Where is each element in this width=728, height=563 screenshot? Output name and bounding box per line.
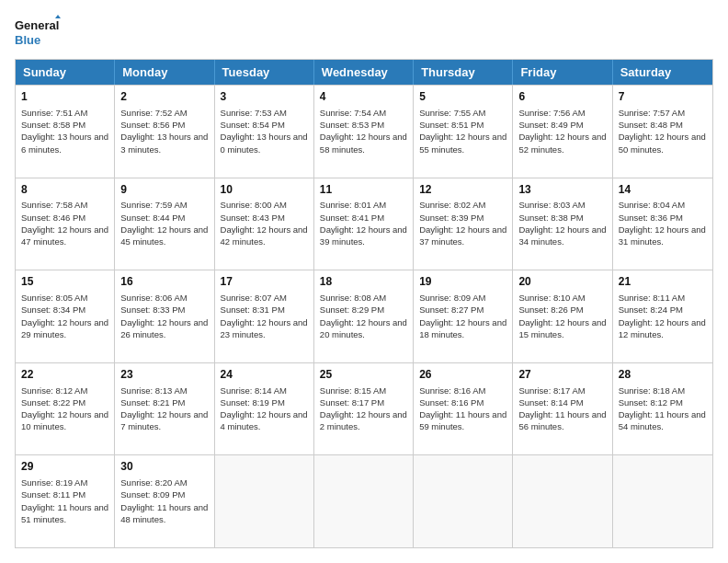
sunset-text: Sunset: 8:27 PM xyxy=(419,304,483,315)
daylight-text: Daylight: 12 hours and 47 minutes. xyxy=(21,224,108,247)
daylight-text: Daylight: 12 hours and 2 minutes. xyxy=(320,409,407,431)
daylight-text: Daylight: 12 hours and 23 minutes. xyxy=(221,317,308,339)
sunset-text: Sunset: 8:54 PM xyxy=(221,120,285,130)
day-number: 9 xyxy=(120,182,208,198)
calendar-cell: 20 Sunrise: 8:10 AM Sunset: 8:26 PM Dayl… xyxy=(513,270,612,362)
sunrise-text: Sunrise: 7:58 AM xyxy=(21,200,87,210)
sunrise-text: Sunrise: 8:00 AM xyxy=(221,200,287,210)
calendar-cell: 26 Sunrise: 8:16 AM Sunset: 8:16 PM Dayl… xyxy=(414,363,513,455)
daylight-text: Daylight: 12 hours and 31 minutes. xyxy=(619,224,706,247)
calendar-cell: 17 Sunrise: 8:07 AM Sunset: 8:31 PM Dayl… xyxy=(215,270,314,362)
daylight-text: Daylight: 13 hours and 6 minutes. xyxy=(21,132,108,154)
sunset-text: Sunset: 8:24 PM xyxy=(619,304,683,315)
daylight-text: Daylight: 12 hours and 58 minutes. xyxy=(320,132,407,154)
svg-marker-2 xyxy=(55,15,61,18)
sunset-text: Sunset: 8:43 PM xyxy=(221,213,285,223)
day-number: 10 xyxy=(221,182,308,198)
sunset-text: Sunset: 8:19 PM xyxy=(221,397,285,408)
daylight-text: Daylight: 11 hours and 51 minutes. xyxy=(21,502,108,524)
sunrise-text: Sunrise: 8:02 AM xyxy=(419,200,485,210)
day-number: 25 xyxy=(320,367,407,383)
sunset-text: Sunset: 8:49 PM xyxy=(518,120,583,130)
sunset-text: Sunset: 8:12 PM xyxy=(619,397,683,408)
daylight-text: Daylight: 12 hours and 50 minutes. xyxy=(619,132,706,154)
sunrise-text: Sunrise: 8:10 AM xyxy=(518,293,585,303)
day-number: 4 xyxy=(320,89,407,105)
sunset-text: Sunset: 8:26 PM xyxy=(518,304,583,315)
day-number: 21 xyxy=(619,274,707,290)
sunrise-text: Sunrise: 8:19 AM xyxy=(21,477,87,488)
calendar-cell xyxy=(414,455,513,547)
sunset-text: Sunset: 8:09 PM xyxy=(120,489,185,500)
calendar-cell: 7 Sunrise: 7:57 AM Sunset: 8:48 PM Dayli… xyxy=(613,86,712,178)
calendar-cell: 13 Sunrise: 8:03 AM Sunset: 8:38 PM Dayl… xyxy=(513,178,612,270)
calendar-cell: 16 Sunrise: 8:06 AM Sunset: 8:33 PM Dayl… xyxy=(115,270,214,362)
sunrise-text: Sunrise: 7:53 AM xyxy=(221,108,287,118)
day-number: 5 xyxy=(419,89,506,105)
daylight-text: Daylight: 12 hours and 26 minutes. xyxy=(120,317,208,339)
sunrise-text: Sunrise: 8:17 AM xyxy=(518,385,585,396)
day-number: 6 xyxy=(518,89,606,105)
calendar-cell: 14 Sunrise: 8:04 AM Sunset: 8:36 PM Dayl… xyxy=(613,178,712,270)
calendar-cell: 1 Sunrise: 7:51 AM Sunset: 8:58 PM Dayli… xyxy=(16,86,115,178)
calendar-cell: 8 Sunrise: 7:58 AM Sunset: 8:46 PM Dayli… xyxy=(16,178,115,270)
daylight-text: Daylight: 12 hours and 52 minutes. xyxy=(518,132,606,154)
calendar-cell: 28 Sunrise: 8:18 AM Sunset: 8:12 PM Dayl… xyxy=(613,363,712,455)
header-cell-saturday: Saturday xyxy=(613,60,712,85)
calendar-week-2: 8 Sunrise: 7:58 AM Sunset: 8:46 PM Dayli… xyxy=(16,178,712,270)
sunrise-text: Sunrise: 8:07 AM xyxy=(221,293,287,303)
sunset-text: Sunset: 8:22 PM xyxy=(21,397,85,408)
calendar-cell xyxy=(314,455,414,547)
daylight-text: Daylight: 13 hours and 0 minutes. xyxy=(221,132,308,154)
daylight-text: Daylight: 13 hours and 3 minutes. xyxy=(120,132,208,154)
sunrise-text: Sunrise: 8:09 AM xyxy=(419,293,485,303)
calendar-cell: 9 Sunrise: 7:59 AM Sunset: 8:44 PM Dayli… xyxy=(115,178,214,270)
day-number: 19 xyxy=(419,274,506,290)
day-number: 23 xyxy=(120,367,208,383)
day-number: 27 xyxy=(518,367,606,383)
calendar-cell: 15 Sunrise: 8:05 AM Sunset: 8:34 PM Dayl… xyxy=(16,270,115,362)
day-number: 16 xyxy=(120,274,208,290)
day-number: 8 xyxy=(21,182,108,198)
sunrise-text: Sunrise: 8:11 AM xyxy=(619,293,685,303)
calendar-cell xyxy=(215,455,314,547)
svg-text:General: General xyxy=(15,18,59,32)
day-number: 3 xyxy=(221,89,308,105)
day-number: 7 xyxy=(619,89,707,105)
sunset-text: Sunset: 8:51 PM xyxy=(419,120,483,130)
sunrise-text: Sunrise: 7:55 AM xyxy=(419,108,485,118)
daylight-text: Daylight: 12 hours and 37 minutes. xyxy=(419,224,506,247)
daylight-text: Daylight: 12 hours and 34 minutes. xyxy=(518,224,606,247)
day-number: 14 xyxy=(619,182,707,198)
sunset-text: Sunset: 8:34 PM xyxy=(21,304,85,315)
sunset-text: Sunset: 8:41 PM xyxy=(320,213,384,223)
daylight-text: Daylight: 12 hours and 39 minutes. xyxy=(320,224,407,247)
day-number: 30 xyxy=(120,459,208,475)
calendar-cell: 21 Sunrise: 8:11 AM Sunset: 8:24 PM Dayl… xyxy=(613,270,712,362)
sunset-text: Sunset: 8:53 PM xyxy=(320,120,384,130)
sunset-text: Sunset: 8:48 PM xyxy=(619,120,683,130)
header-cell-wednesday: Wednesday xyxy=(314,60,414,85)
calendar-body: 1 Sunrise: 7:51 AM Sunset: 8:58 PM Dayli… xyxy=(16,85,712,547)
sunset-text: Sunset: 8:58 PM xyxy=(21,120,85,130)
calendar-cell: 19 Sunrise: 8:09 AM Sunset: 8:27 PM Dayl… xyxy=(414,270,513,362)
daylight-text: Daylight: 12 hours and 45 minutes. xyxy=(120,224,208,247)
sunset-text: Sunset: 8:36 PM xyxy=(619,213,683,223)
daylight-text: Daylight: 11 hours and 54 minutes. xyxy=(619,409,706,431)
calendar-cell: 18 Sunrise: 8:08 AM Sunset: 8:29 PM Dayl… xyxy=(314,270,414,362)
header-cell-friday: Friday xyxy=(513,60,612,85)
calendar-cell: 12 Sunrise: 8:02 AM Sunset: 8:39 PM Dayl… xyxy=(414,178,513,270)
sunrise-text: Sunrise: 8:08 AM xyxy=(320,293,386,303)
day-number: 22 xyxy=(21,367,108,383)
daylight-text: Daylight: 12 hours and 55 minutes. xyxy=(419,132,506,154)
daylight-text: Daylight: 12 hours and 42 minutes. xyxy=(221,224,308,247)
sunrise-text: Sunrise: 8:20 AM xyxy=(120,477,187,488)
sunrise-text: Sunrise: 8:06 AM xyxy=(120,293,187,303)
header-cell-monday: Monday xyxy=(115,60,214,85)
day-number: 11 xyxy=(320,182,407,198)
sunrise-text: Sunrise: 7:54 AM xyxy=(320,108,386,118)
calendar-cell: 25 Sunrise: 8:15 AM Sunset: 8:17 PM Dayl… xyxy=(314,363,414,455)
calendar-week-5: 29 Sunrise: 8:19 AM Sunset: 8:11 PM Dayl… xyxy=(16,454,712,547)
sunset-text: Sunset: 8:56 PM xyxy=(120,120,185,130)
day-number: 17 xyxy=(221,274,308,290)
